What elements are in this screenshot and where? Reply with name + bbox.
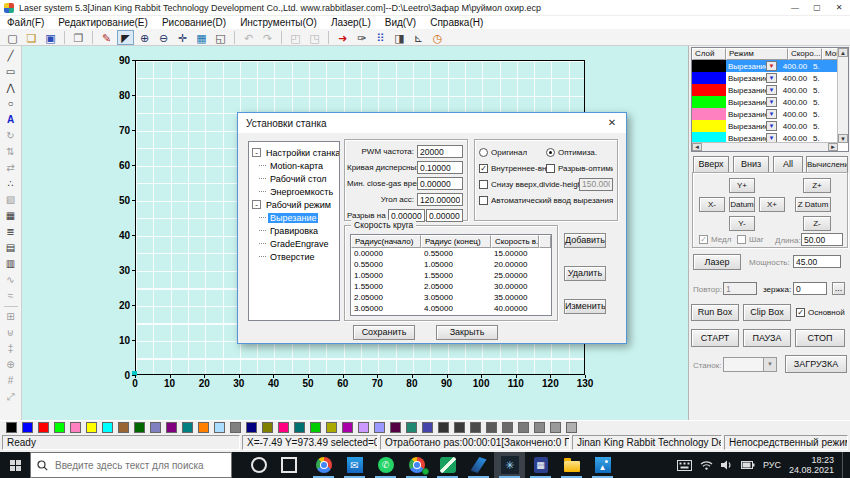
layers-horizontal-scrollbar[interactable]: ◄ ► <box>692 142 838 151</box>
jog-y-minus-button[interactable]: Y- <box>729 216 755 231</box>
display-icon[interactable]: ▦ <box>193 30 210 45</box>
tree-item[interactable]: -Настройки станка <box>249 146 339 159</box>
hatch-dense-icon[interactable]: ▥ <box>3 256 19 271</box>
field-input[interactable] <box>417 193 463 206</box>
palette-color[interactable] <box>86 422 97 433</box>
palette-color[interactable] <box>246 422 257 433</box>
undo-icon[interactable]: ↶ <box>240 30 257 45</box>
layers-vertical-scrollbar[interactable]: ▲ ▼ <box>837 48 848 143</box>
dropdown-button[interactable]: ▼ <box>766 73 777 83</box>
tree-item[interactable]: Гравировка <box>249 224 339 237</box>
more-button[interactable]: ... <box>832 282 845 295</box>
layer-color-swatch[interactable] <box>692 84 726 96</box>
tree-item[interactable]: -Рабочий режим <box>249 198 339 211</box>
jog-y-plus-button[interactable]: Y+ <box>729 178 755 193</box>
palette-color[interactable] <box>118 422 129 433</box>
pause-button[interactable]: ПАУЗА <box>743 329 791 347</box>
zoom-out-icon[interactable]: ⊖ <box>155 30 172 45</box>
new-icon[interactable]: ▢ <box>4 30 21 45</box>
taskbar-whatsapp[interactable] <box>370 452 401 478</box>
palette-color[interactable] <box>534 422 545 433</box>
redo-icon[interactable]: ↷ <box>259 30 276 45</box>
dialog-close-icon[interactable]: ✕ <box>598 113 626 133</box>
layer-up-button[interactable]: Вверх <box>693 156 729 173</box>
repeat-input[interactable] <box>723 282 757 295</box>
palette-color[interactable] <box>38 422 49 433</box>
preview-icon[interactable]: ◨ <box>391 30 408 45</box>
divide-height-input[interactable] <box>579 178 613 191</box>
tree-item[interactable]: Вырезание <box>249 211 339 224</box>
minimize-button[interactable]: — <box>784 0 806 15</box>
taskbar-mail[interactable] <box>339 452 370 478</box>
timer-icon[interactable]: ◷ <box>429 30 446 45</box>
expand-icon[interactable]: ⤢ <box>3 389 19 404</box>
palette-color[interactable] <box>454 422 465 433</box>
palette-color[interactable] <box>438 422 449 433</box>
import-icon[interactable]: ❐ <box>70 30 87 45</box>
jog-x-minus-button[interactable]: X- <box>699 197 725 212</box>
array-copy-icon[interactable]: ▦ <box>3 208 19 223</box>
inner-outer-checkbox[interactable]: Внутреннее-внеш <box>479 164 546 173</box>
delay-input[interactable] <box>793 282 827 295</box>
weld-icon[interactable]: ⊎ <box>3 325 19 340</box>
center-icon[interactable]: ⊕ <box>3 357 19 372</box>
palette-color[interactable] <box>358 422 369 433</box>
bottom-up-checkbox[interactable]: Снизу вверх,divide-heigh <box>479 180 579 189</box>
column-header[interactable]: Режим <box>726 48 788 60</box>
rect-tool-icon[interactable]: ▭ <box>3 64 19 79</box>
palette-color[interactable] <box>262 422 273 433</box>
scroll-down-icon[interactable]: ▼ <box>838 134 848 143</box>
layer-color-swatch[interactable] <box>692 120 726 132</box>
brush-icon[interactable]: ✎ <box>98 30 115 45</box>
taskbar-clock[interactable]: 18:23 24.08.2021 <box>789 455 834 475</box>
trim-icon[interactable]: ▧ <box>3 192 19 207</box>
save-icon[interactable]: ▣ <box>42 30 59 45</box>
polyline-tool-icon[interactable]: ⋀ <box>3 80 19 95</box>
zoom-in-icon[interactable]: ⊕ <box>136 30 153 45</box>
delete-button[interactable]: Удалить <box>564 266 606 281</box>
radio-original[interactable]: Оригинал <box>479 148 546 157</box>
palette-color[interactable] <box>422 422 433 433</box>
palette-color[interactable] <box>310 422 321 433</box>
length-input[interactable] <box>801 233 843 246</box>
array-icon[interactable]: ⠿ <box>372 30 389 45</box>
stack-icon[interactable]: ≣ <box>3 224 19 239</box>
taskbar-chrome[interactable] <box>308 452 339 478</box>
scroll-right-icon[interactable]: ► <box>828 143 838 151</box>
menu-item[interactable]: Вид(V) <box>378 16 423 29</box>
dropdown-button[interactable]: ▼ <box>766 85 777 95</box>
table-row[interactable]: 1.050001.5500025.00000 <box>351 270 551 281</box>
palette-color[interactable] <box>150 422 161 433</box>
palette-color[interactable] <box>70 422 81 433</box>
dropdown-button[interactable]: ▼ <box>766 109 777 119</box>
battery-icon[interactable] <box>741 461 755 469</box>
pen-icon[interactable]: ✑ <box>353 30 370 45</box>
taskbar-green-app[interactable] <box>432 452 463 478</box>
start-button[interactable]: СТАРТ <box>691 329 739 347</box>
step-checkbox[interactable]: Шаг <box>737 235 764 244</box>
field-input[interactable] <box>417 161 463 174</box>
palette-color[interactable] <box>566 422 577 433</box>
palette-color[interactable] <box>166 422 177 433</box>
output-icon[interactable]: ➜ <box>334 30 351 45</box>
tree-item[interactable]: Энергоемкость <box>249 185 339 198</box>
palette-color[interactable] <box>502 422 513 433</box>
dimension-icon[interactable]: ⊾ <box>410 30 427 45</box>
machine-select[interactable]: ▼ <box>723 357 777 372</box>
tree-item[interactable]: GradeEngrave <box>249 237 339 250</box>
close-button[interactable]: ✕ <box>828 0 850 15</box>
ellipse-tool-icon[interactable]: ○ <box>3 96 19 111</box>
open-icon[interactable]: ❏ <box>23 30 40 45</box>
column-header[interactable] <box>539 235 551 248</box>
wifi-icon[interactable] <box>700 460 713 470</box>
wave-icon[interactable]: ≈ <box>3 288 19 303</box>
menu-item[interactable]: Рисование(D) <box>155 16 233 29</box>
palette-color[interactable] <box>198 422 209 433</box>
palette-color[interactable] <box>470 422 481 433</box>
dropdown-button[interactable]: ▼ <box>766 121 777 131</box>
palette-color[interactable] <box>182 422 193 433</box>
clip-box-button[interactable]: Clip Box <box>743 304 791 321</box>
language-indicator[interactable]: РУС <box>763 460 781 470</box>
distribute-icon[interactable]: ‡ <box>3 341 19 356</box>
palette-color[interactable] <box>486 422 497 433</box>
